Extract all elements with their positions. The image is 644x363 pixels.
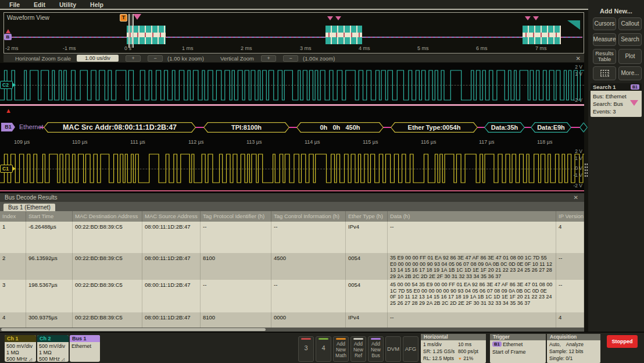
ch3-color-stripe [301, 338, 311, 340]
column-header: Index [0, 211, 26, 222]
time-axis-label: 114 µs [305, 139, 320, 145]
column-header: Start Time [26, 211, 73, 222]
overview-baseline [5, 37, 582, 38]
scrollbar-thumb[interactable] [1, 328, 266, 331]
cell: -- [271, 222, 346, 253]
close-icon[interactable]: ✕ [574, 193, 578, 202]
ch2-badge[interactable]: Ch 2 500 mV/div 1 MΩ 500 MHz ◿ [37, 335, 69, 362]
menu-utility[interactable]: Utility [59, 1, 76, 8]
trigger-position-marker[interactable]: T [120, 14, 127, 22]
splitter-handle[interactable] [584, 163, 588, 177]
add-new-bus-button[interactable]: Add New Bus [368, 336, 384, 362]
math-color-stripe [336, 338, 346, 340]
trigger-panel-header: Trigger [490, 334, 546, 340]
ch1-scale-label: 2 V [575, 148, 582, 154]
trigger-level-icon [6, 29, 10, 33]
column-header: MAC Destination Address [73, 211, 142, 222]
h-zoom-scale-input[interactable]: 1.00 us/div [77, 55, 119, 62]
cell: -- [201, 222, 271, 253]
table-row[interactable]: 4 300.9375µs 00:22:BD:B8:39:C5 08:00:11:… [0, 312, 584, 329]
timeline-label: 0 s [124, 45, 131, 51]
bus-threshold-line [0, 104, 584, 106]
table-row[interactable]: 3 198.5367µs 00:22:BD:B8:39:C5 08:00:11:… [0, 280, 584, 312]
search-mark-icon [327, 16, 333, 20]
dvm-button[interactable]: DVM [385, 336, 401, 362]
oscilloscope-app: File Edit Utility Help T B -2 ms -1 ms 0… [0, 0, 644, 363]
cell: 4500 [271, 253, 346, 280]
tab-bus1-ethernet[interactable]: Bus 1 (Ethernet) [3, 204, 55, 211]
ch3-button[interactable]: 3 [298, 336, 314, 362]
cell: -- [201, 280, 271, 312]
decode-field-tci: 0h 0h 450h [296, 122, 384, 133]
horizontal-panel-header: Horizontal [421, 334, 486, 340]
v-zoom-plus-button[interactable]: + [261, 55, 276, 62]
timeline-label: 4 ms [359, 45, 370, 51]
cell: 300.9375µs [26, 312, 73, 329]
ch1-badge[interactable]: Ch 1 500 mV/div 1 MΩ 500 MHz ◿ [5, 335, 36, 362]
overview-plot[interactable]: T B -2 ms -1 ms 0 s 1 ms 2 ms 3 ms 4 ms … [4, 13, 584, 53]
cell: IPv4 [346, 222, 388, 253]
decode-field-ethertype: Ether Type:0054h [391, 122, 478, 133]
timeline-label: 3 ms [300, 45, 312, 51]
ch1-scale-label: 0 V [575, 165, 582, 171]
trigger-source-badge: B1 [492, 341, 502, 347]
bus-name-label: Ethernet [19, 123, 44, 130]
bus-decode-results-panel: Bus Decode Results ✕ Bus 1 (Ethernet) In… [0, 193, 584, 332]
v-zoom-minus-button[interactable]: − [283, 55, 298, 62]
scope-display[interactable]: ▲ C2 C1 2 V 1 V -2 V 2 V 1 V 0 V -1 V -2… [0, 63, 584, 193]
trigger-panel-body: B1 Ethernet Start of Frame [490, 340, 546, 357]
h-zoom-factor: (1.00 kx zoom) [167, 55, 204, 62]
trigger-panel[interactable]: Trigger B1 Ethernet Start of Frame [490, 334, 546, 363]
time-axis-label: 111 µs [130, 139, 145, 145]
cell: 198.5367µs [26, 280, 73, 312]
trigger-level-icon[interactable]: ▲ [5, 107, 12, 114]
cursors-button[interactable]: Cursors [593, 17, 616, 30]
cell: 08:00:11:1D:2B:47 [142, 280, 201, 312]
ch1-handle[interactable]: C1 [0, 165, 13, 173]
waveform-overview-panel: T B -2 ms -1 ms 0 s 1 ms 2 ms 3 ms 4 ms … [3, 12, 584, 54]
horizontal-panel[interactable]: Horizontal 1 ms/div10 ms SR: 1.25 GS/s80… [421, 334, 486, 363]
search1-body: Bus: Ethernet Search: Bus Events: 3 [591, 91, 642, 117]
add-new-ref-button[interactable]: Add New Ref [350, 336, 366, 362]
menu-edit[interactable]: Edit [34, 1, 45, 8]
ch2-handle[interactable]: C2 [0, 81, 13, 89]
cell: 0054 [346, 280, 388, 312]
search-expand-icon[interactable] [630, 100, 638, 106]
search-button[interactable]: Search [618, 33, 642, 46]
horizontal-scrollbar[interactable] [0, 328, 584, 332]
decode-field-mac-src: MAC Src Addr:08:00:11:1D:2B:47 [44, 122, 196, 133]
cell: 8100 [201, 312, 271, 329]
add-new-math-button[interactable]: Add New Math [333, 336, 349, 362]
more-button[interactable]: More... [618, 66, 642, 80]
stopped-button[interactable]: Stopped [607, 335, 638, 348]
measure-button[interactable]: Measure [593, 33, 616, 46]
decode-field-data: Data:35h [484, 122, 525, 133]
compression-icon: ▼ [458, 357, 462, 361]
pan-handle-icon[interactable] [567, 20, 580, 30]
ch4-button[interactable]: 4 [316, 336, 331, 362]
bus-overview-tag[interactable]: B [4, 34, 12, 40]
close-icon[interactable]: ✕ [576, 55, 581, 62]
menu-help[interactable]: Help [90, 1, 103, 8]
cell: 0054 [346, 253, 388, 280]
search1-header: Search 1 B1 [591, 83, 642, 91]
h-zoom-minus-button[interactable]: − [148, 55, 163, 62]
table-row[interactable]: 1 -6.26488µs 00:22:BD:B8:39:C5 08:00:11:… [0, 222, 584, 253]
ch2-badge-header: Ch 2 [37, 335, 69, 342]
bus1-badge[interactable]: Bus 1 Ethernet [70, 335, 100, 362]
callout-button[interactable]: Callout [618, 17, 642, 30]
search1-badge-card[interactable]: Search 1 B1 Bus: Ethernet Search: Bus Ev… [591, 83, 642, 117]
plot-button[interactable]: Plot [618, 49, 642, 64]
table-row[interactable]: 2 96.13592µs 00:22:BD:B8:39:C5 08:00:11:… [0, 253, 584, 280]
afg-button[interactable]: AFG [403, 336, 418, 362]
ch2-scale-label: 2 V [575, 64, 582, 70]
acquisition-panel-header: Acquisition [547, 334, 600, 340]
column-header: IP Version [556, 211, 584, 222]
v-zoom-label: Vertical Zoom [220, 55, 254, 62]
menu-file[interactable]: File [9, 1, 20, 8]
timeline-label: 1 ms [182, 45, 194, 51]
acquisition-panel[interactable]: Acquisition Auto, Analyze Sample: 12 bit… [547, 334, 600, 363]
results-table-button[interactable]: Results Table [593, 49, 616, 64]
h-zoom-plus-button[interactable]: + [126, 55, 141, 62]
screen-capture-button[interactable] [593, 66, 616, 80]
